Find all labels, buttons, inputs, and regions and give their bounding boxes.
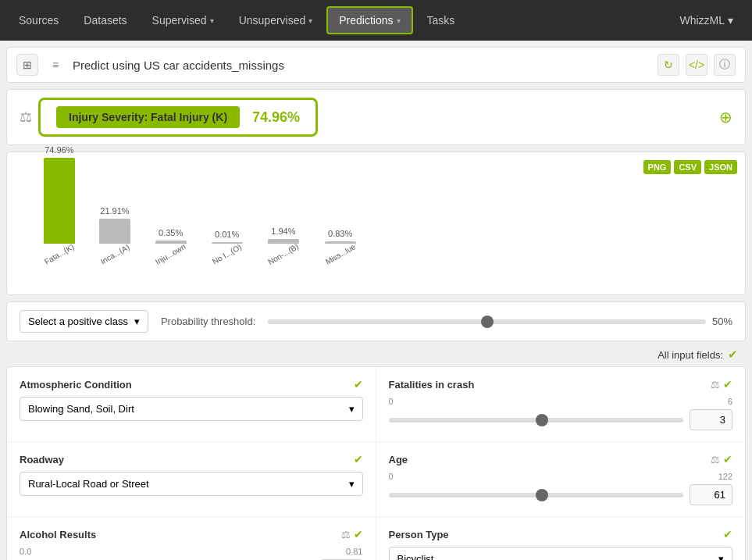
nav-predictions-label: Predictions [339, 14, 393, 27]
nav-datasets-label: Datasets [84, 14, 127, 27]
field-check-icon-4[interactable]: ✔ [354, 528, 363, 540]
field-min-1: 0 [389, 397, 394, 406]
field-header-0: Atmospheric Condition✔ [20, 378, 363, 391]
main-content: ⊞ ≡ Predict using US car accidents_missi… [0, 41, 752, 560]
info-icon[interactable]: ⓘ [714, 54, 736, 76]
field-cell-4: Alcohol Results⚖✔0.00.81 [7, 517, 376, 560]
nav-supervised[interactable]: Supervised ▾ [141, 8, 225, 33]
field-slider-row-3 [389, 484, 733, 505]
field-header-5: Person Type✔ [389, 528, 733, 540]
field-header-2: Roadway✔ [20, 453, 363, 465]
field-scale-icon-3[interactable]: ⚖ [711, 454, 720, 465]
code-icon[interactable]: </> [686, 54, 707, 76]
field-min-3: 0 [389, 472, 394, 481]
bar-group-0: 74.96%Fata...(K) [43, 145, 76, 259]
nav-datasets[interactable]: Datasets [73, 8, 137, 33]
field-slider-track-3[interactable] [389, 493, 684, 498]
field-scale-icon-1[interactable]: ⚖ [711, 379, 720, 391]
fields-header: All input fields: ✔ [6, 348, 746, 366]
field-icons-2: ✔ [354, 453, 363, 465]
chart-actions: PNG CSV JSON [643, 160, 737, 174]
whizzml-caret: ▾ [728, 14, 733, 27]
bar-group-5: 0.83%Miss...lue [324, 229, 357, 259]
field-value-input-1[interactable] [690, 409, 732, 430]
field-range-labels-1: 06 [389, 397, 733, 406]
field-check-icon-2[interactable]: ✔ [354, 453, 363, 465]
field-name-2: Roadway [20, 454, 64, 465]
field-name-0: Atmospheric Condition [20, 379, 132, 391]
field-icons-0: ✔ [354, 378, 363, 391]
field-header-1: Fatalities in crash⚖✔ [389, 378, 733, 391]
png-button[interactable]: PNG [643, 160, 672, 174]
prediction-percentage: 74.96% [252, 109, 300, 126]
prediction-section: ⚖ Injury Severity: Fatal Injury (K) 74.9… [6, 89, 746, 145]
field-select-0[interactable]: Blowing Sand, Soil, Dirt▾ [20, 397, 363, 421]
prediction-badge: Injury Severity: Fatal Injury (K) 74.96% [38, 98, 318, 137]
chart-section: PNG CSV JSON 74.96%Fata...(K)21.91%Inca.… [6, 152, 746, 295]
all-fields-check-icon[interactable]: ✔ [728, 348, 738, 362]
all-input-fields-label: All input fields: [658, 349, 723, 361]
threshold-track[interactable] [268, 319, 706, 324]
bar-group-2: 0.35%Inju...own [154, 228, 187, 259]
supervised-caret: ▾ [210, 16, 214, 25]
nav-tasks[interactable]: Tasks [416, 8, 466, 33]
positive-class-select[interactable]: Select a positive class ▾ [20, 310, 148, 333]
navbar: Sources Datasets Supervised ▾ Unsupervis… [0, 0, 752, 41]
unsupervised-caret: ▾ [308, 16, 312, 25]
field-check-icon-0[interactable]: ✔ [354, 378, 363, 391]
bar-label-2: Inju...own [154, 242, 187, 266]
threshold-value: 50% [712, 316, 732, 327]
top-bar-left: ⊞ ≡ Predict using US car accidents_missi… [16, 54, 284, 76]
nav-predictions[interactable]: Predictions ▾ [326, 6, 412, 34]
nav-whizzml[interactable]: WhizzML ▾ [668, 8, 744, 33]
bar-pct-2: 0.35% [159, 228, 183, 237]
threshold-thumb [481, 316, 494, 328]
field-header-3: Age⚖✔ [389, 453, 733, 465]
bar-label-1: Inca...(A) [99, 243, 131, 266]
bar-pct-3: 0.01% [215, 230, 239, 239]
field-name-3: Age [389, 454, 408, 465]
bar-pct-5: 0.83% [328, 229, 352, 238]
field-icons-3: ⚖✔ [711, 453, 732, 465]
field-select-value-0: Blowing Sand, Soil, Dirt [28, 403, 134, 415]
nav-supervised-label: Supervised [152, 14, 207, 27]
field-check-icon-1[interactable]: ✔ [723, 378, 732, 391]
bar-label-3: No I...(O) [211, 242, 243, 266]
balance-icon: ⚖ [20, 109, 32, 126]
bar-pct-4: 1.94% [271, 226, 295, 236]
positive-class-label: Select a positive class [28, 316, 128, 327]
field-select-value-5: Bicyclist [397, 553, 434, 560]
field-name-4: Alcohol Results [20, 529, 96, 540]
field-range-labels-3: 0122 [389, 472, 733, 481]
top-bar: ⊞ ≡ Predict using US car accidents_missi… [6, 47, 746, 83]
controls-bar: Select a positive class ▾ Probability th… [6, 301, 746, 341]
expand-button[interactable]: ⊕ [719, 108, 732, 127]
field-scale-icon-4[interactable]: ⚖ [341, 529, 351, 540]
bar-pct-1: 21.91% [100, 206, 129, 216]
csv-button[interactable]: CSV [674, 160, 701, 174]
field-header-4: Alcohol Results⚖✔ [20, 528, 363, 540]
field-cell-3: Age⚖✔0122 [376, 442, 746, 517]
field-check-icon-3[interactable]: ✔ [723, 453, 732, 465]
hierarchy-icon[interactable]: ⊞ [16, 54, 38, 76]
field-select-5[interactable]: Bicyclist▾ [389, 547, 733, 560]
field-max-1: 6 [728, 397, 732, 406]
nav-sources[interactable]: Sources [8, 8, 69, 33]
top-bar-actions: ↻ </> ⓘ [658, 54, 736, 76]
json-button[interactable]: JSON [704, 160, 737, 174]
field-select-caret-5: ▾ [718, 553, 724, 560]
field-cell-0: Atmospheric Condition✔Blowing Sand, Soil… [7, 367, 376, 442]
threshold-slider[interactable]: 50% [268, 316, 732, 327]
field-value-input-3[interactable] [690, 484, 732, 505]
nav-unsupervised[interactable]: Unsupervised ▾ [228, 8, 324, 33]
field-select-2[interactable]: Rural-Local Road or Street▾ [20, 472, 363, 496]
field-check-icon-5[interactable]: ✔ [723, 528, 732, 540]
refresh-icon[interactable]: ↻ [658, 54, 679, 76]
field-slider-track-1[interactable] [389, 418, 684, 423]
whizzml-label: WhizzML [679, 14, 725, 27]
bar-label-0: Fata...(K) [43, 242, 76, 266]
table-icon: ≡ [45, 54, 66, 76]
field-icons-1: ⚖✔ [711, 378, 732, 391]
nav-sources-label: Sources [19, 14, 59, 27]
field-slider-row-1 [389, 409, 733, 430]
